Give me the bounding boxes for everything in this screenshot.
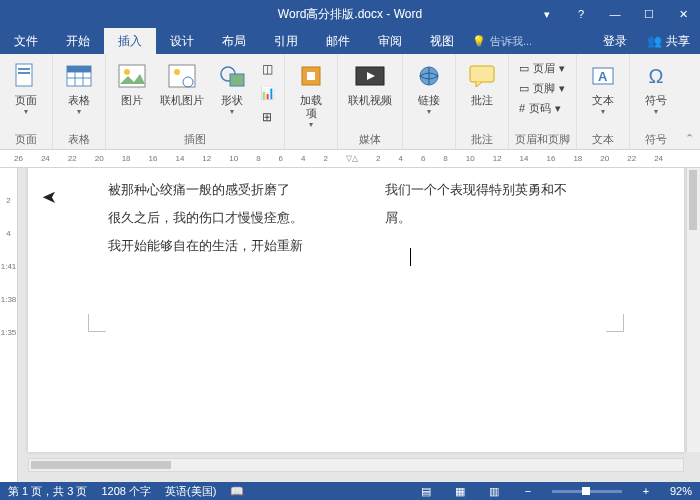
document-area[interactable]: ➤ 被那种心绞痛一般的感受折磨了 很久之后，我的伤口才慢慢痊愈。 我开始能够自在… — [18, 168, 700, 482]
zoom-level[interactable]: 92% — [670, 485, 692, 497]
svg-point-10 — [124, 69, 130, 75]
shapes-button[interactable]: 形状▾ — [212, 58, 252, 118]
menu-bar: 文件 开始 插入 设计 布局 引用 邮件 审阅 视图 💡告诉我... 登录 👥共… — [0, 28, 700, 54]
tab-home[interactable]: 开始 — [52, 28, 104, 54]
share-button[interactable]: 👥共享 — [637, 28, 700, 54]
close-icon[interactable]: ✕ — [666, 0, 700, 28]
addins-icon — [295, 60, 327, 92]
link-button[interactable]: 链接▾ — [409, 58, 449, 118]
chart-button[interactable]: 📊 — [256, 82, 278, 104]
status-language[interactable]: 英语(美国) — [165, 484, 216, 499]
hscroll-thumb[interactable] — [31, 461, 171, 469]
status-bar: 第 1 页，共 3 页 1208 个字 英语(美国) 📖 ▤ ▦ ▥ − + 9… — [0, 482, 700, 500]
zoom-in-button[interactable]: + — [636, 485, 656, 497]
status-words[interactable]: 1208 个字 — [101, 484, 151, 499]
status-page[interactable]: 第 1 页，共 3 页 — [8, 484, 87, 499]
text-cursor — [410, 248, 411, 266]
table-button[interactable]: 表格▾ — [59, 58, 99, 118]
video-icon — [354, 60, 386, 92]
svg-rect-15 — [230, 74, 244, 86]
view-web-icon[interactable]: ▥ — [484, 485, 504, 498]
tab-layout[interactable]: 布局 — [208, 28, 260, 54]
tab-file[interactable]: 文件 — [0, 28, 52, 54]
symbol-button[interactable]: Ω 符号▾ — [636, 58, 676, 118]
header-icon: ▭ — [519, 62, 529, 75]
tab-insert[interactable]: 插入 — [104, 28, 156, 54]
window-title: Word高分排版.docx - Word — [278, 6, 422, 23]
cursor-icon: ➤ — [42, 186, 57, 208]
tab-references[interactable]: 引用 — [260, 28, 312, 54]
ribbon-group-media: 联机视频 媒体 — [338, 54, 403, 149]
textbox-button[interactable]: A 文本▾ — [583, 58, 623, 118]
svg-rect-0 — [16, 64, 32, 86]
svg-rect-17 — [307, 72, 315, 80]
link-icon — [413, 60, 445, 92]
online-video-button[interactable]: 联机视频 — [344, 58, 396, 109]
addins-button[interactable]: 加载 项▾ — [291, 58, 331, 131]
header-button[interactable]: ▭页眉 ▾ — [515, 58, 569, 78]
table-icon — [63, 60, 95, 92]
page-button[interactable]: 页面▾ — [6, 58, 46, 118]
title-bar: Word高分排版.docx - Word ▾ ? — ☐ ✕ — [0, 0, 700, 28]
svg-rect-1 — [18, 68, 30, 70]
login-button[interactable]: 登录 — [593, 28, 637, 54]
pagenum-button[interactable]: #页码 ▾ — [515, 98, 569, 118]
tell-me-search[interactable]: 💡告诉我... — [472, 28, 532, 54]
collapse-ribbon-icon[interactable]: ⌃ — [685, 132, 694, 145]
footer-button[interactable]: ▭页脚 ▾ — [515, 78, 569, 98]
maximize-icon[interactable]: ☐ — [632, 0, 666, 28]
zoom-slider-thumb[interactable] — [582, 487, 590, 495]
status-proofing-icon[interactable]: 📖 — [230, 485, 244, 498]
smartart-button[interactable]: ◫ — [256, 58, 278, 80]
online-picture-button[interactable]: 联机图片 — [156, 58, 208, 109]
ribbon-group-addins: 加载 项▾ 加载项 — [285, 54, 338, 149]
ribbon-group-symbols: Ω 符号▾ 符号 — [630, 54, 682, 149]
zoom-out-button[interactable]: − — [518, 485, 538, 497]
ribbon: 页面▾ 页面 表格▾ 表格 图片 联机图片 形状▾ — [0, 54, 700, 150]
pagenum-icon: # — [519, 102, 525, 114]
picture-icon — [116, 60, 148, 92]
margin-corner-br — [606, 314, 624, 332]
shapes-icon — [216, 60, 248, 92]
tab-view[interactable]: 视图 — [416, 28, 468, 54]
vertical-scrollbar[interactable] — [686, 168, 700, 452]
screenshot-button[interactable]: ⊞ — [256, 106, 278, 128]
ribbon-group-headerfooter: ▭页眉 ▾ ▭页脚 ▾ #页码 ▾ 页眉和页脚 — [509, 54, 577, 149]
horizontal-ruler[interactable]: 2624222018161412108642▽△2468101214161820… — [0, 150, 700, 168]
help-icon[interactable]: ? — [564, 0, 598, 28]
share-icon: 👥 — [647, 34, 662, 48]
view-print-icon[interactable]: ▦ — [450, 485, 470, 498]
tab-design[interactable]: 设计 — [156, 28, 208, 54]
page-icon — [10, 60, 42, 92]
ribbon-group-links: 链接▾ 链接 — [403, 54, 456, 149]
svg-rect-21 — [470, 66, 494, 82]
symbol-icon: Ω — [640, 60, 672, 92]
minimize-icon[interactable]: — — [598, 0, 632, 28]
tab-review[interactable]: 审阅 — [364, 28, 416, 54]
comment-button[interactable]: 批注 — [462, 58, 502, 109]
horizontal-scrollbar[interactable] — [28, 458, 684, 472]
comment-icon — [466, 60, 498, 92]
svg-rect-11 — [169, 65, 195, 87]
online-picture-icon — [166, 60, 198, 92]
picture-button[interactable]: 图片 — [112, 58, 152, 109]
zoom-slider[interactable] — [552, 490, 622, 493]
ribbon-group-pages: 页面▾ 页面 — [0, 54, 53, 149]
view-read-icon[interactable]: ▤ — [416, 485, 436, 498]
ribbon-group-illustrations: 图片 联机图片 形状▾ ◫ 📊 ⊞ 插图 — [106, 54, 285, 149]
ribbon-group-comments: 批注 批注 — [456, 54, 509, 149]
svg-rect-2 — [18, 72, 30, 74]
document-text[interactable]: 被那种心绞痛一般的感受折磨了 很久之后，我的伤口才慢慢痊愈。 我开始能够自在的生… — [108, 176, 634, 260]
ribbon-group-text: A 文本▾ 文本 — [577, 54, 630, 149]
vscroll-thumb[interactable] — [689, 170, 697, 230]
svg-text:A: A — [598, 69, 608, 84]
bulb-icon: 💡 — [472, 35, 486, 48]
vertical-ruler[interactable]: 241:411:381:35 — [0, 168, 18, 482]
footer-icon: ▭ — [519, 82, 529, 95]
svg-point-12 — [174, 69, 180, 75]
tab-mailings[interactable]: 邮件 — [312, 28, 364, 54]
ribbon-options-icon[interactable]: ▾ — [530, 0, 564, 28]
svg-rect-8 — [67, 66, 91, 72]
margin-corner-bl — [88, 314, 106, 332]
document-page[interactable]: ➤ 被那种心绞痛一般的感受折磨了 很久之后，我的伤口才慢慢痊愈。 我开始能够自在… — [28, 168, 684, 452]
